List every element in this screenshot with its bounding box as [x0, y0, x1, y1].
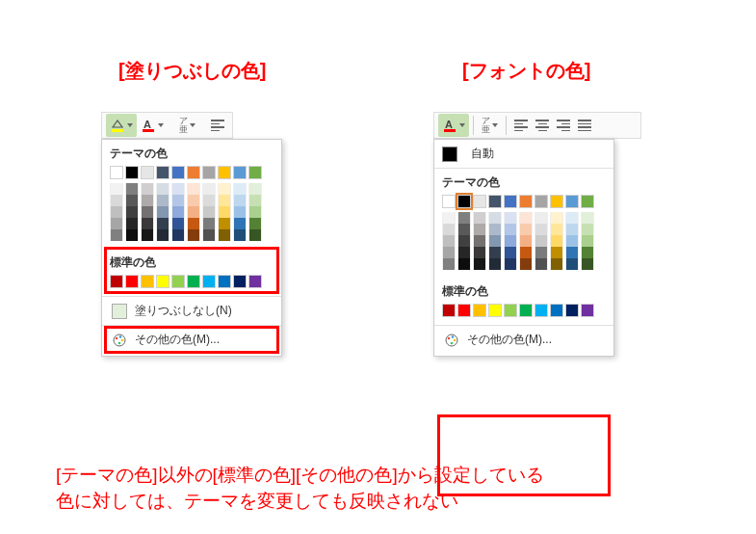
color-swatch[interactable] [473, 212, 486, 224]
color-swatch[interactable] [233, 275, 247, 288]
color-swatch[interactable] [442, 224, 456, 235]
no-fill-menu-item[interactable]: 塗りつぶしなし(N) [102, 297, 281, 325]
color-swatch[interactable] [581, 212, 594, 224]
color-swatch[interactable] [534, 235, 548, 247]
color-swatch[interactable] [141, 218, 154, 229]
color-swatch[interactable] [519, 212, 533, 224]
color-swatch[interactable] [125, 166, 139, 179]
color-swatch[interactable] [565, 235, 579, 247]
color-swatch[interactable] [218, 195, 231, 206]
color-swatch[interactable] [218, 206, 231, 218]
color-swatch[interactable] [233, 206, 247, 218]
color-swatch[interactable] [187, 229, 200, 241]
color-swatch[interactable] [218, 218, 231, 229]
color-swatch[interactable] [504, 224, 517, 235]
color-swatch[interactable] [141, 166, 154, 179]
color-swatch[interactable] [218, 183, 231, 195]
color-swatch[interactable] [565, 247, 579, 258]
color-swatch[interactable] [442, 195, 456, 208]
color-swatch[interactable] [110, 229, 123, 241]
color-swatch[interactable] [156, 229, 169, 241]
color-swatch[interactable] [519, 224, 533, 235]
color-swatch[interactable] [202, 206, 216, 218]
color-swatch[interactable] [550, 247, 563, 258]
color-swatch[interactable] [534, 195, 548, 208]
color-swatch[interactable] [581, 224, 594, 235]
color-swatch[interactable] [504, 235, 517, 247]
color-swatch[interactable] [473, 258, 486, 270]
color-swatch[interactable] [504, 247, 517, 258]
color-swatch[interactable] [581, 235, 594, 247]
color-swatch[interactable] [534, 224, 548, 235]
color-swatch[interactable] [141, 229, 154, 241]
color-swatch[interactable] [202, 275, 216, 288]
color-swatch[interactable] [457, 258, 471, 270]
color-swatch[interactable] [581, 247, 594, 258]
color-swatch[interactable] [187, 275, 200, 288]
more-colors-menu-item-left[interactable]: その他の色(M)... [102, 326, 281, 354]
color-swatch[interactable] [519, 235, 533, 247]
color-swatch[interactable] [473, 304, 486, 317]
align-left-button-l[interactable] [207, 114, 228, 137]
color-swatch[interactable] [488, 212, 502, 224]
color-swatch[interactable] [519, 304, 533, 317]
color-swatch[interactable] [473, 247, 486, 258]
color-swatch[interactable] [202, 229, 216, 241]
color-swatch[interactable] [248, 218, 262, 229]
color-swatch[interactable] [141, 183, 154, 195]
color-swatch[interactable] [550, 212, 563, 224]
color-swatch[interactable] [504, 212, 517, 224]
color-swatch[interactable] [187, 195, 200, 206]
ruby-button-left[interactable]: ア亜 [175, 114, 199, 137]
align-left-button[interactable] [510, 114, 532, 137]
font-color-button-right[interactable]: A [438, 114, 469, 137]
color-swatch[interactable] [248, 206, 262, 218]
color-swatch[interactable] [110, 218, 123, 229]
color-swatch[interactable] [156, 195, 169, 206]
color-swatch[interactable] [171, 195, 185, 206]
align-right-button[interactable] [553, 114, 574, 137]
color-swatch[interactable] [488, 247, 502, 258]
color-swatch[interactable] [202, 183, 216, 195]
color-swatch[interactable] [202, 195, 216, 206]
color-swatch[interactable] [233, 183, 247, 195]
color-swatch[interactable] [187, 206, 200, 218]
color-swatch[interactable] [565, 258, 579, 270]
color-swatch[interactable] [565, 304, 579, 317]
color-swatch[interactable] [550, 235, 563, 247]
color-swatch[interactable] [457, 212, 471, 224]
color-swatch[interactable] [488, 304, 502, 317]
color-swatch[interactable] [248, 275, 262, 288]
color-swatch[interactable] [534, 304, 548, 317]
color-swatch[interactable] [110, 183, 123, 195]
color-swatch[interactable] [534, 247, 548, 258]
color-swatch[interactable] [550, 195, 563, 208]
color-swatch[interactable] [457, 235, 471, 247]
color-swatch[interactable] [488, 258, 502, 270]
color-swatch[interactable] [110, 275, 123, 288]
color-swatch[interactable] [171, 229, 185, 241]
color-swatch[interactable] [565, 224, 579, 235]
color-swatch[interactable] [110, 166, 123, 179]
color-swatch[interactable] [442, 258, 456, 270]
color-swatch[interactable] [125, 275, 139, 288]
color-swatch[interactable] [110, 206, 123, 218]
fill-color-button[interactable] [106, 114, 137, 137]
color-swatch[interactable] [581, 304, 594, 317]
color-swatch[interactable] [125, 218, 139, 229]
color-swatch[interactable] [488, 224, 502, 235]
color-swatch[interactable] [171, 166, 185, 179]
color-swatch[interactable] [457, 304, 471, 317]
ruby-button-right[interactable]: ア亜 [478, 114, 502, 137]
color-swatch[interactable] [550, 258, 563, 270]
color-swatch[interactable] [550, 304, 563, 317]
align-center-button[interactable] [532, 114, 553, 137]
color-swatch[interactable] [565, 195, 579, 208]
color-swatch[interactable] [233, 218, 247, 229]
color-swatch[interactable] [156, 218, 169, 229]
color-swatch[interactable] [248, 183, 262, 195]
color-swatch[interactable] [581, 258, 594, 270]
color-swatch[interactable] [125, 206, 139, 218]
color-swatch[interactable] [473, 224, 486, 235]
color-swatch[interactable] [457, 195, 471, 208]
